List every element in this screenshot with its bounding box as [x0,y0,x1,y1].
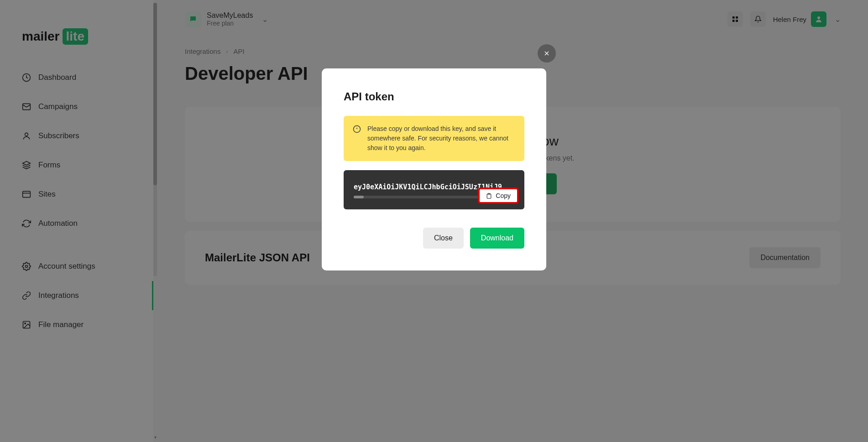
token-display: eyJ0eXAiOiJKV1QiLCJhbGciOiJSUzI1NiJ9 Cop… [344,170,524,209]
copy-label: Copy [496,192,511,199]
download-button[interactable]: Download [470,228,524,249]
modal-actions: Close Download [344,228,524,249]
warning-text: Please copy or download this key, and sa… [367,124,515,153]
warning-banner: Please copy or download this key, and sa… [344,116,524,161]
alert-icon [353,125,361,133]
api-token-modal: API token Please copy or download this k… [322,68,546,270]
modal-title: API token [344,90,524,103]
copy-button[interactable]: Copy [478,187,519,204]
modal-close-button[interactable] [538,44,556,62]
clipboard-icon [486,193,492,199]
svg-rect-19 [488,193,490,194]
close-button[interactable]: Close [423,228,464,249]
close-icon [543,50,550,57]
